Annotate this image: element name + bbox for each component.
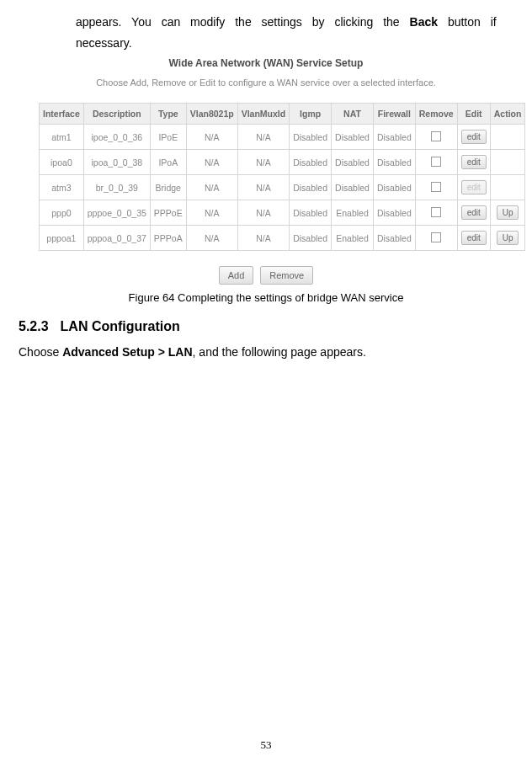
table-header-cell: Igmp	[290, 104, 332, 125]
section-paragraph: Choose Advanced Setup > LAN, and the fol…	[19, 343, 513, 361]
table-cell: ppp0	[40, 200, 84, 226]
section-heading: 5.2.3LAN Configuration	[19, 319, 513, 334]
wan-subtitle: Choose Add, Remove or Edit to configure …	[39, 77, 493, 88]
table-row: pppoa1pppoa_0_0_37PPPoAN/AN/ADisabledEna…	[40, 226, 525, 251]
edit-button[interactable]: edit	[461, 205, 487, 220]
table-header-cell: Interface	[40, 104, 84, 125]
intro-text: appears. You can modify the settings by …	[76, 12, 513, 54]
table-cell: ipoa_0_0_38	[83, 150, 150, 175]
edit-button[interactable]: edit	[461, 155, 487, 169]
remove-checkbox[interactable]	[431, 207, 441, 217]
action-cell: Up	[490, 200, 525, 226]
remove-checkbox[interactable]	[431, 182, 441, 192]
table-cell: N/A	[186, 226, 237, 251]
edit-button[interactable]: edit	[461, 130, 487, 144]
up-button[interactable]: Up	[497, 205, 519, 220]
action-cell	[490, 150, 525, 175]
remove-checkbox[interactable]	[431, 131, 441, 141]
remove-cell	[415, 125, 457, 150]
up-button[interactable]: Up	[497, 231, 519, 245]
table-cell: Enabled	[332, 226, 374, 251]
table-cell: atm1	[40, 125, 84, 150]
wan-screenshot: Wide Area Network (WAN) Service Setup Ch…	[39, 57, 493, 285]
table-cell: pppoa1	[40, 226, 84, 251]
wan-table: InterfaceDescriptionTypeVlan8021pVlanMux…	[39, 103, 525, 251]
table-cell: Disabled	[290, 125, 332, 150]
table-cell: Disabled	[332, 125, 374, 150]
table-cell: atm3	[40, 175, 84, 200]
table-header-cell: Type	[150, 104, 186, 125]
table-cell: N/A	[186, 175, 237, 200]
table-cell: Disabled	[373, 226, 415, 251]
table-cell: IPoE	[150, 125, 186, 150]
edit-button: edit	[461, 180, 487, 194]
table-cell: Disabled	[373, 200, 415, 226]
table-header-cell: Action	[490, 104, 525, 125]
remove-button[interactable]: Remove	[260, 266, 313, 285]
table-cell: Disabled	[373, 125, 415, 150]
edit-cell: edit	[457, 175, 490, 200]
remove-cell	[415, 200, 457, 226]
table-cell: Disabled	[373, 175, 415, 200]
action-cell	[490, 175, 525, 200]
table-cell: pppoe_0_0_35	[83, 200, 150, 226]
table-cell: N/A	[186, 150, 237, 175]
table-header-cell: Edit	[457, 104, 490, 125]
add-button[interactable]: Add	[219, 266, 254, 285]
action-cell: Up	[490, 226, 525, 251]
table-cell: Disabled	[290, 150, 332, 175]
table-cell: N/A	[237, 125, 290, 150]
table-header-cell: Description	[83, 104, 150, 125]
remove-cell	[415, 175, 457, 200]
section-number: 5.2.3	[19, 319, 49, 334]
table-cell: pppoa_0_0_37	[83, 226, 150, 251]
action-cell	[490, 125, 525, 150]
table-row: ipoa0ipoa_0_0_38IPoAN/AN/ADisabledDisabl…	[40, 150, 525, 175]
table-cell: br_0_0_39	[83, 175, 150, 200]
remove-checkbox[interactable]	[431, 157, 441, 167]
page-number: 53	[0, 738, 532, 752]
wan-title: Wide Area Network (WAN) Service Setup	[39, 57, 493, 69]
table-cell: Disabled	[332, 175, 374, 200]
table-row: ppp0pppoe_0_0_35PPPoEN/AN/ADisabledEnabl…	[40, 200, 525, 226]
table-row: atm3br_0_0_39BridgeN/AN/ADisabledDisable…	[40, 175, 525, 200]
edit-cell: edit	[457, 200, 490, 226]
table-cell: Disabled	[290, 175, 332, 200]
back-label: Back	[410, 15, 438, 29]
table-cell: N/A	[186, 200, 237, 226]
edit-cell: edit	[457, 125, 490, 150]
menu-path: Advanced Setup > LAN	[62, 345, 192, 359]
table-cell: N/A	[237, 200, 290, 226]
edit-cell: edit	[457, 226, 490, 251]
table-cell: ipoe_0_0_36	[83, 125, 150, 150]
table-cell: Disabled	[290, 226, 332, 251]
table-cell: PPPoE	[150, 200, 186, 226]
table-cell: N/A	[237, 175, 290, 200]
table-cell: Disabled	[373, 150, 415, 175]
table-cell: Disabled	[332, 150, 374, 175]
table-header-row: InterfaceDescriptionTypeVlan8021pVlanMux…	[40, 104, 525, 125]
table-header-cell: NAT	[332, 104, 374, 125]
table-row: atm1ipoe_0_0_36IPoEN/AN/ADisabledDisable…	[40, 125, 525, 150]
table-cell: IPoA	[150, 150, 186, 175]
remove-cell	[415, 226, 457, 251]
edit-button[interactable]: edit	[461, 231, 487, 245]
table-header-cell: Remove	[415, 104, 457, 125]
table-cell: ipoa0	[40, 150, 84, 175]
table-cell: N/A	[237, 150, 290, 175]
section-title: LAN Configuration	[61, 319, 180, 333]
table-cell: Disabled	[290, 200, 332, 226]
table-header-cell: Vlan8021p	[186, 104, 237, 125]
table-cell: Bridge	[150, 175, 186, 200]
table-cell: N/A	[186, 125, 237, 150]
table-cell: PPPoA	[150, 226, 186, 251]
table-header-cell: VlanMuxId	[237, 104, 290, 125]
table-header-cell: Firewall	[373, 104, 415, 125]
table-cell: N/A	[237, 226, 290, 251]
table-cell: Enabled	[332, 200, 374, 226]
remove-cell	[415, 150, 457, 175]
figure-caption: Figure 64 Completing the settings of bri…	[19, 291, 513, 304]
remove-checkbox[interactable]	[431, 232, 441, 242]
edit-cell: edit	[457, 150, 490, 175]
